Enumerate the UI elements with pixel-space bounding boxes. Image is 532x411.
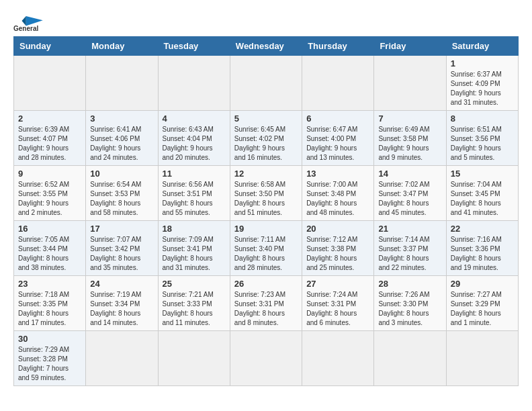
day-number: 29 [451,279,514,289]
day-info: Sunrise: 6:47 AMSunset: 4:00 PMDaylight:… [306,125,369,163]
calendar-cell: 17Sunrise: 7:07 AMSunset: 3:42 PMDayligh… [86,221,158,276]
calendar-cell: 3Sunrise: 6:41 AMSunset: 4:06 PMDaylight… [86,111,158,166]
day-number: 27 [306,279,369,289]
svg-text:General: General [13,25,38,32]
calendar-cell [302,331,374,386]
calendar-cell [374,331,446,386]
calendar-cell: 27Sunrise: 7:24 AMSunset: 3:31 PMDayligh… [302,276,374,331]
calendar-cell: 29Sunrise: 7:27 AMSunset: 3:29 PMDayligh… [446,276,518,331]
calendar-cell: 24Sunrise: 7:19 AMSunset: 3:34 PMDayligh… [86,276,158,331]
day-info: Sunrise: 7:19 AMSunset: 3:34 PMDaylight:… [90,290,153,328]
calendar-cell: 4Sunrise: 6:43 AMSunset: 4:04 PMDaylight… [158,111,230,166]
day-number: 3 [90,113,153,124]
day-number: 16 [18,224,81,234]
day-number: 1 [451,58,514,68]
day-number: 5 [234,113,298,124]
day-number: 13 [306,169,369,179]
calendar-cell: 22Sunrise: 7:16 AMSunset: 3:36 PMDayligh… [446,221,518,276]
day-number: 12 [234,169,298,179]
day-info: Sunrise: 7:14 AMSunset: 3:37 PMDaylight:… [378,235,441,273]
calendar-cell [446,331,518,386]
day-info: Sunrise: 7:04 AMSunset: 3:45 PMDaylight:… [451,180,514,218]
weekday-header-sunday: Sunday [14,37,86,56]
day-info: Sunrise: 6:37 AMSunset: 4:09 PMDaylight:… [451,70,514,107]
calendar-cell: 12Sunrise: 6:58 AMSunset: 3:50 PMDayligh… [230,166,302,221]
day-number: 21 [378,224,441,234]
calendar-cell: 26Sunrise: 7:23 AMSunset: 3:31 PMDayligh… [230,276,302,331]
day-number: 14 [378,169,441,179]
svg-marker-1 [22,16,26,26]
day-number: 15 [451,169,514,179]
calendar-cell [86,56,158,111]
day-info: Sunrise: 7:29 AMSunset: 3:28 PMDaylight:… [18,345,81,383]
day-info: Sunrise: 6:52 AMSunset: 3:55 PMDaylight:… [18,180,81,218]
day-info: Sunrise: 6:43 AMSunset: 4:04 PMDaylight:… [163,125,226,163]
calendar-cell: 21Sunrise: 7:14 AMSunset: 3:37 PMDayligh… [374,221,446,276]
day-info: Sunrise: 6:51 AMSunset: 3:56 PMDaylight:… [451,125,514,163]
calendar-cell [158,331,230,386]
day-info: Sunrise: 6:58 AMSunset: 3:50 PMDaylight:… [234,180,298,218]
calendar-cell: 7Sunrise: 6:49 AMSunset: 3:58 PMDaylight… [374,111,446,166]
calendar-cell: 16Sunrise: 7:05 AMSunset: 3:44 PMDayligh… [14,221,86,276]
calendar-cell: 11Sunrise: 6:56 AMSunset: 3:51 PMDayligh… [158,166,230,221]
day-info: Sunrise: 7:24 AMSunset: 3:31 PMDaylight:… [306,290,369,328]
day-info: Sunrise: 7:07 AMSunset: 3:42 PMDaylight:… [90,235,153,273]
calendar-cell: 5Sunrise: 6:45 AMSunset: 4:02 PMDaylight… [230,111,302,166]
day-number: 30 [18,334,81,344]
day-number: 23 [18,279,81,289]
day-info: Sunrise: 7:16 AMSunset: 3:36 PMDaylight:… [451,235,514,273]
calendar-cell: 30Sunrise: 7:29 AMSunset: 3:28 PMDayligh… [14,331,86,386]
calendar-cell: 14Sunrise: 7:02 AMSunset: 3:47 PMDayligh… [374,166,446,221]
day-number: 18 [163,224,226,234]
calendar-cell [302,56,374,111]
weekday-header-saturday: Saturday [446,37,518,56]
day-number: 19 [234,224,298,234]
day-number: 9 [18,169,81,179]
calendar-cell: 6Sunrise: 6:47 AMSunset: 4:00 PMDaylight… [302,111,374,166]
calendar-cell: 23Sunrise: 7:18 AMSunset: 3:35 PMDayligh… [14,276,86,331]
day-number: 10 [90,169,153,179]
day-info: Sunrise: 7:18 AMSunset: 3:35 PMDaylight:… [18,290,81,328]
day-info: Sunrise: 6:45 AMSunset: 4:02 PMDaylight:… [234,125,298,163]
day-info: Sunrise: 6:54 AMSunset: 3:53 PMDaylight:… [90,180,153,218]
day-number: 24 [90,279,153,289]
weekday-header-thursday: Thursday [302,37,374,56]
calendar-cell: 19Sunrise: 7:11 AMSunset: 3:40 PMDayligh… [230,221,302,276]
calendar-cell: 20Sunrise: 7:12 AMSunset: 3:38 PMDayligh… [302,221,374,276]
calendar-cell [230,56,302,111]
svg-marker-0 [26,16,43,26]
day-info: Sunrise: 7:27 AMSunset: 3:29 PMDaylight:… [451,290,514,328]
calendar-table: SundayMondayTuesdayWednesdayThursdayFrid… [13,36,519,386]
calendar-cell: 1Sunrise: 6:37 AMSunset: 4:09 PMDaylight… [446,56,518,111]
day-info: Sunrise: 7:02 AMSunset: 3:47 PMDaylight:… [378,180,441,218]
weekday-header-tuesday: Tuesday [158,37,230,56]
day-number: 11 [163,169,226,179]
calendar-cell: 15Sunrise: 7:04 AMSunset: 3:45 PMDayligh… [446,166,518,221]
calendar-cell [230,331,302,386]
day-info: Sunrise: 6:49 AMSunset: 3:58 PMDaylight:… [378,125,441,163]
day-info: Sunrise: 7:09 AMSunset: 3:41 PMDaylight:… [163,235,226,273]
calendar-cell: 28Sunrise: 7:26 AMSunset: 3:30 PMDayligh… [374,276,446,331]
calendar-cell [86,331,158,386]
calendar-cell [14,56,86,111]
day-info: Sunrise: 7:26 AMSunset: 3:30 PMDaylight:… [378,290,441,328]
day-number: 2 [18,113,81,124]
calendar-cell: 25Sunrise: 7:21 AMSunset: 3:33 PMDayligh… [158,276,230,331]
day-number: 8 [451,113,514,124]
day-info: Sunrise: 7:21 AMSunset: 3:33 PMDaylight:… [163,290,226,328]
day-number: 28 [378,279,441,289]
calendar-header: General [13,13,519,30]
day-info: Sunrise: 7:00 AMSunset: 3:48 PMDaylight:… [306,180,369,218]
generalblue-logo-icon: General [13,13,47,34]
calendar-cell: 8Sunrise: 6:51 AMSunset: 3:56 PMDaylight… [446,111,518,166]
calendar-cell: 2Sunrise: 6:39 AMSunset: 4:07 PMDaylight… [14,111,86,166]
weekday-header-monday: Monday [86,37,158,56]
weekday-header-friday: Friday [374,37,446,56]
day-number: 22 [451,224,514,234]
calendar-header-row: SundayMondayTuesdayWednesdayThursdayFrid… [14,37,519,56]
day-number: 20 [306,224,369,234]
calendar-cell: 18Sunrise: 7:09 AMSunset: 3:41 PMDayligh… [158,221,230,276]
day-number: 4 [163,113,226,124]
day-number: 25 [163,279,226,289]
day-number: 6 [306,113,369,124]
